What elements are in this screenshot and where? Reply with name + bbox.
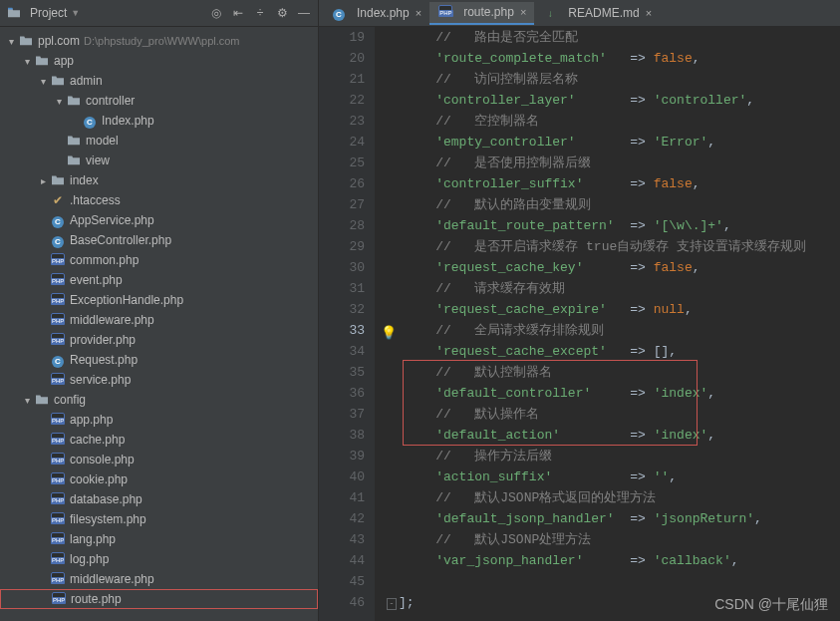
line-number: 28 — [319, 215, 365, 236]
tree-item-event-php[interactable]: event.php — [0, 270, 318, 290]
code-line[interactable]: // 全局请求缓存排除规则 — [405, 320, 840, 341]
code-line[interactable]: 'default_action' => 'index', — [405, 425, 840, 446]
code-line[interactable]: // 默认的路由变量规则 — [405, 194, 840, 215]
tree-item-filesystem-php[interactable]: filesystem.php — [0, 509, 318, 529]
tree-item--htaccess[interactable]: ✔.htaccess — [0, 190, 318, 210]
code-line[interactable]: 'request_cache_except' => [], — [405, 341, 840, 362]
code-line[interactable]: // 是否开启请求缓存 true自动缓存 支持设置请求缓存规则 — [405, 236, 840, 257]
tree-item-provider-php[interactable]: provider.php — [0, 330, 318, 350]
tree-item-log-php[interactable]: log.php — [0, 549, 318, 569]
code-line[interactable]: 'default_jsonp_handler' => 'jsonpReturn'… — [405, 508, 840, 529]
tree-arrow-icon[interactable] — [4, 36, 18, 47]
code-line[interactable] — [405, 613, 840, 621]
close-icon[interactable]: × — [646, 7, 652, 19]
tree-item-label: admin — [70, 74, 103, 88]
tree-item-view[interactable]: view — [0, 151, 318, 170]
close-icon[interactable]: × — [416, 7, 421, 19]
code-line[interactable]: 'request_cache_key' => false, — [405, 257, 840, 278]
tree-item-lang-php[interactable]: lang.php — [0, 529, 318, 549]
file-icon — [50, 572, 66, 587]
tree-arrow-icon[interactable] — [36, 76, 50, 87]
code-line[interactable]: 'var_jsonp_handler' => 'callback', — [405, 550, 840, 571]
line-number: 22 — [319, 90, 365, 111]
code-line[interactable]: 'empty_controller' => 'Error', — [405, 132, 840, 153]
code-line[interactable]: // 默认JSONP处理方法 — [405, 529, 840, 550]
tree-item-app-php[interactable]: app.php — [0, 410, 318, 430]
tree-item-model[interactable]: model — [0, 131, 318, 151]
code-line[interactable]: 'route_complete_match' => false, — [405, 48, 840, 69]
code-line[interactable]: // 请求缓存有效期 — [405, 278, 840, 299]
line-number: 25 — [319, 153, 365, 173]
file-icon — [66, 154, 82, 168]
tree-item-index[interactable]: index — [0, 170, 318, 190]
tree-item-label: console.php — [70, 453, 135, 466]
collapse-icon[interactable]: ⇤ — [230, 5, 246, 21]
tree-arrow-icon[interactable] — [36, 175, 50, 186]
tree-item-AppService-php[interactable]: CAppService.php — [0, 210, 318, 230]
tree-item-label: Request.php — [70, 353, 138, 367]
code-line[interactable]: 'request_cache_expire' => null, — [405, 299, 840, 320]
tree-arrow-icon[interactable] — [20, 56, 34, 67]
tree-item-BaseController-php[interactable]: CBaseController.php — [0, 230, 318, 250]
code-line[interactable]: 'controller_suffix' => false, — [405, 173, 840, 194]
tree-item-service-php[interactable]: service.php — [0, 370, 318, 390]
sidebar-title[interactable]: Project ▼ — [6, 6, 208, 21]
code-line[interactable]: 'controller_layer' => 'controller', — [405, 90, 840, 111]
tree-item-Index-php[interactable]: CIndex.php — [0, 111, 318, 131]
file-icon — [51, 592, 67, 607]
tree-item-label: config — [54, 393, 86, 407]
tree-item-middleware-php[interactable]: middleware.php — [0, 310, 318, 330]
tree-item-ExceptionHandle-php[interactable]: ExceptionHandle.php — [0, 290, 318, 310]
lightbulb-icon[interactable]: 💡 — [381, 323, 397, 344]
tree-item-route-php[interactable]: route.php — [0, 589, 318, 609]
tree-item-admin[interactable]: admin — [0, 71, 318, 91]
tab-route-php[interactable]: route.php× — [429, 2, 534, 25]
line-number: 46 — [319, 592, 365, 613]
tree-item-cookie-php[interactable]: cookie.php — [0, 469, 318, 489]
code-line[interactable]: 'default_route_pattern' => '[\w\.]+', — [405, 215, 840, 236]
tree-arrow-icon[interactable] — [52, 96, 66, 107]
tab-README-md[interactable]: ↓README.md× — [534, 2, 660, 25]
tree-item-app[interactable]: app — [0, 51, 318, 71]
project-tree[interactable]: ppl.comD:\phpstudy_pro\WWW\ppl.comappadm… — [0, 27, 318, 621]
code-line[interactable]: // 操作方法后缀 — [405, 446, 840, 466]
tree-item-database-php[interactable]: database.php — [0, 489, 318, 509]
line-number: 27 — [319, 194, 365, 215]
app-window: Project ▼ ◎ ⇤ ÷ ⚙ — ppl.comD:\phpstudy_p… — [0, 0, 840, 621]
tree-item-ppl-com[interactable]: ppl.comD:\phpstudy_pro\WWW\ppl.com — [0, 31, 318, 51]
tree-item-label: lang.php — [70, 532, 116, 546]
code-line[interactable]: // 空控制器名 — [405, 111, 840, 132]
file-icon — [50, 453, 66, 467]
tree-item-config[interactable]: config — [0, 390, 318, 410]
tree-item-controller[interactable]: controller — [0, 91, 318, 111]
line-number: 29 — [319, 236, 365, 257]
code-line[interactable]: 'default_controller' => 'index', — [405, 383, 840, 404]
code-line[interactable]: // 默认控制器名 — [405, 362, 840, 383]
code-line[interactable]: -]; — [387, 592, 840, 613]
tree-item-cache-php[interactable]: cache.php — [0, 430, 318, 450]
code-line[interactable]: // 是否使用控制器后缀 — [405, 153, 840, 173]
tree-item-Request-php[interactable]: CRequest.php — [0, 350, 318, 370]
line-number: 34 — [319, 341, 365, 362]
close-icon[interactable]: × — [520, 6, 526, 18]
gear-icon[interactable]: ⚙ — [274, 5, 290, 21]
file-icon — [50, 433, 66, 448]
code-line[interactable]: // 路由是否完全匹配 — [405, 27, 840, 48]
code-line[interactable] — [405, 571, 840, 592]
code-content[interactable]: 💡 // 路由是否完全匹配 'route_complete_match' => … — [375, 27, 840, 621]
file-icon: C — [50, 233, 66, 248]
tree-item-middleware-php[interactable]: middleware.php — [0, 569, 318, 589]
code-line[interactable]: 'action_suffix' => '', — [405, 466, 840, 487]
file-icon — [50, 253, 66, 268]
code-line[interactable]: // 默认操作名 — [405, 404, 840, 425]
code-line[interactable]: // 访问控制器层名称 — [405, 69, 840, 90]
tree-item-common-php[interactable]: common.php — [0, 250, 318, 270]
code-line[interactable]: // 默认JSONP格式返回的处理方法 — [405, 487, 840, 508]
target-icon[interactable]: ◎ — [208, 5, 224, 21]
tree-arrow-icon[interactable] — [20, 395, 34, 406]
tab-Index-php[interactable]: CIndex.php× — [323, 2, 429, 25]
minus-icon[interactable]: — — [296, 5, 312, 21]
file-icon — [50, 333, 66, 348]
divide-icon[interactable]: ÷ — [252, 5, 268, 21]
tree-item-console-php[interactable]: console.php — [0, 450, 318, 469]
